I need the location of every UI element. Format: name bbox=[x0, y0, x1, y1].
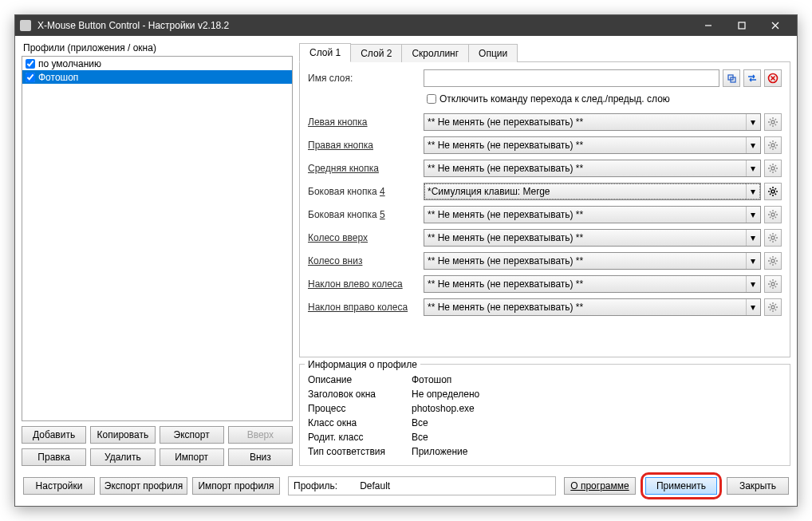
tabs: Слой 1 Слой 2 Скроллинг Опции bbox=[299, 42, 790, 62]
gear-icon bbox=[767, 209, 778, 220]
down-button[interactable]: Вниз bbox=[228, 448, 293, 466]
left-button-label: Левая кнопка bbox=[308, 116, 424, 128]
profile-item-label: по умолчанию bbox=[38, 58, 101, 69]
chevron-down-icon: ▾ bbox=[746, 230, 759, 246]
tab-layer2[interactable]: Слой 2 bbox=[350, 44, 402, 62]
gear-icon bbox=[767, 163, 778, 174]
copy-layer-button[interactable] bbox=[723, 69, 740, 87]
info-title-value: Не определено bbox=[412, 389, 479, 400]
chevron-down-icon: ▾ bbox=[746, 207, 759, 223]
profiles-pane: Профили (приложения / окна) по умолчанию… bbox=[22, 42, 293, 466]
info-proc-label: Процесс bbox=[308, 403, 412, 414]
layer-name-label: Имя слоя: bbox=[308, 73, 424, 84]
app-window: X-Mouse Button Control - Настройки v2.18… bbox=[14, 14, 798, 507]
tiltleft-combo[interactable]: ** Не менять (не перехватывать) **▾ bbox=[424, 275, 761, 293]
info-match-label: Тип соответствия bbox=[308, 446, 412, 457]
info-pclass-label: Родит. класс bbox=[308, 432, 412, 443]
right-button-gear[interactable] bbox=[764, 136, 782, 154]
side4-gear[interactable] bbox=[764, 183, 782, 200]
up-button[interactable]: Вверх bbox=[228, 426, 293, 444]
left-button-combo[interactable]: ** Не менять (не перехватывать) **▾ bbox=[424, 113, 761, 131]
cancel-icon bbox=[767, 73, 778, 84]
close-icon bbox=[770, 20, 781, 31]
tiltright-gear[interactable] bbox=[764, 298, 782, 316]
export-button[interactable]: Экспорт bbox=[160, 426, 224, 444]
tab-options[interactable]: Опции bbox=[468, 44, 518, 62]
profile-info-legend: Информация о профиле bbox=[305, 359, 420, 370]
side4-combo[interactable]: *Симуляция клавиш: Merge▾ bbox=[424, 183, 761, 200]
wheelup-label: Колесо вверх bbox=[308, 232, 424, 243]
chevron-down-icon: ▾ bbox=[746, 137, 759, 153]
delete-button[interactable]: Удалить bbox=[90, 448, 155, 466]
clear-layer-button[interactable] bbox=[764, 69, 782, 87]
svg-point-14 bbox=[771, 236, 775, 239]
profile-check[interactable] bbox=[26, 73, 35, 82]
gear-icon bbox=[767, 186, 778, 197]
bottom-bar: Настройки Экспорт профиля Импорт профиля… bbox=[22, 471, 790, 499]
layer-name-input[interactable] bbox=[424, 69, 719, 87]
active-profile-box: Профиль: Default bbox=[288, 476, 556, 495]
list-item[interactable]: по умолчанию bbox=[22, 57, 292, 70]
tiltright-label: Наклон вправо колеса bbox=[308, 302, 424, 313]
info-pclass-value: Все bbox=[412, 432, 428, 443]
disable-switch-label: Отключить команду перехода к след./преды… bbox=[440, 93, 670, 105]
disable-switch-check[interactable] bbox=[427, 94, 436, 104]
swap-layer-button[interactable] bbox=[743, 69, 761, 87]
wheeldown-combo[interactable]: ** Не менять (не перехватывать) **▾ bbox=[424, 252, 761, 270]
swap-icon bbox=[747, 73, 758, 84]
wheelup-combo[interactable]: ** Не менять (не перехватывать) **▾ bbox=[424, 229, 761, 247]
chevron-down-icon: ▾ bbox=[746, 114, 759, 130]
gear-icon bbox=[767, 255, 778, 266]
chevron-down-icon: ▾ bbox=[746, 299, 759, 315]
middle-button-combo[interactable]: ** Не менять (не перехватывать) **▾ bbox=[424, 160, 761, 177]
middle-button-gear[interactable] bbox=[764, 160, 782, 177]
titlebar: X-Mouse Button Control - Настройки v2.18… bbox=[15, 15, 797, 36]
export-profile-button[interactable]: Экспорт профиля bbox=[100, 477, 187, 495]
right-button-combo[interactable]: ** Не менять (не перехватывать) **▾ bbox=[424, 136, 761, 154]
svg-point-17 bbox=[771, 306, 775, 309]
svg-point-13 bbox=[771, 213, 775, 216]
import-profile-button[interactable]: Импорт профиля bbox=[192, 477, 280, 495]
chevron-down-icon: ▾ bbox=[746, 184, 759, 199]
close-app-button[interactable]: Закрыть bbox=[727, 477, 789, 495]
close-button[interactable] bbox=[759, 15, 792, 36]
window-title: X-Mouse Button Control - Настройки v2.18… bbox=[37, 20, 692, 31]
import-button[interactable]: Импорт bbox=[160, 448, 224, 466]
tab-scroll[interactable]: Скроллинг bbox=[401, 44, 469, 62]
wheelup-gear[interactable] bbox=[764, 229, 782, 247]
profile-check[interactable] bbox=[26, 59, 35, 69]
svg-rect-1 bbox=[739, 22, 745, 29]
app-icon bbox=[20, 20, 31, 31]
gear-icon bbox=[767, 116, 778, 128]
about-button[interactable]: О программе bbox=[564, 477, 636, 495]
settings-button[interactable]: Настройки bbox=[23, 477, 95, 495]
tiltright-combo[interactable]: ** Не менять (не перехватывать) **▾ bbox=[424, 298, 761, 316]
svg-point-10 bbox=[771, 144, 775, 147]
profiles-label: Профили (приложения / окна) bbox=[23, 42, 293, 53]
apply-button[interactable]: Применить bbox=[645, 477, 717, 495]
tab-layer1[interactable]: Слой 1 bbox=[299, 43, 351, 62]
left-button-gear[interactable] bbox=[764, 113, 782, 131]
right-button-label: Правая кнопка bbox=[308, 140, 424, 151]
svg-point-9 bbox=[771, 120, 775, 124]
gear-icon bbox=[767, 232, 778, 243]
side5-combo[interactable]: ** Не менять (не перехватывать) **▾ bbox=[424, 206, 761, 223]
svg-point-15 bbox=[771, 259, 775, 262]
side5-label: Боковая кнопка 5 bbox=[308, 209, 424, 220]
edit-button[interactable]: Правка bbox=[22, 448, 86, 466]
middle-button-label: Средняя кнопка bbox=[308, 163, 424, 174]
disable-switch-checkbox[interactable]: Отключить команду перехода к след./преды… bbox=[424, 92, 670, 106]
list-item[interactable]: Фотошоп bbox=[22, 70, 292, 84]
add-button[interactable]: Добавить bbox=[22, 426, 86, 444]
minimize-button[interactable] bbox=[692, 15, 725, 36]
tiltleft-gear[interactable] bbox=[764, 275, 782, 293]
minimize-icon bbox=[703, 20, 714, 31]
profile-info-fieldset: Информация о профиле ОписаниеФотошоп Заг… bbox=[299, 364, 790, 466]
wheeldown-gear[interactable] bbox=[764, 252, 782, 270]
maximize-button[interactable] bbox=[725, 15, 759, 36]
right-pane: Слой 1 Слой 2 Скроллинг Опции Имя слоя: bbox=[299, 42, 790, 466]
wheeldown-label: Колесо вниз bbox=[308, 255, 424, 266]
copy-button[interactable]: Копировать bbox=[90, 426, 155, 444]
side5-gear[interactable] bbox=[764, 206, 782, 223]
profiles-list[interactable]: по умолчанию Фотошоп bbox=[22, 56, 293, 421]
